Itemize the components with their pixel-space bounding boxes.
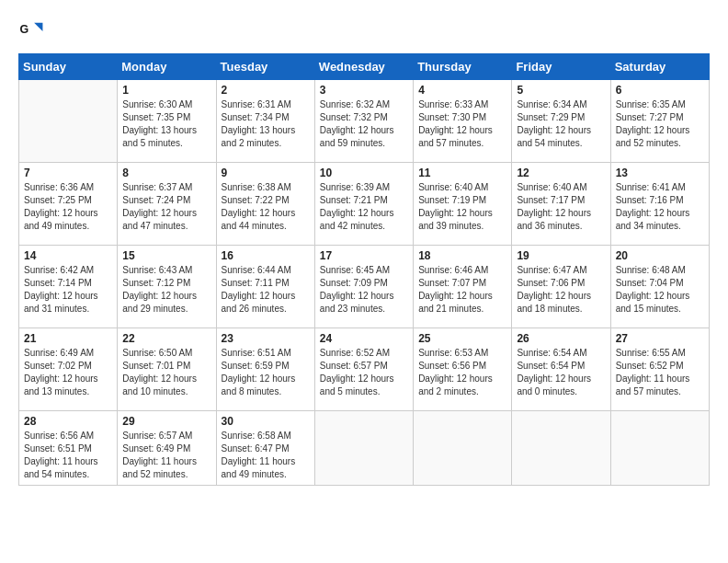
day-info: Sunrise: 6:54 AM Sunset: 6:54 PM Dayligh… [517,347,605,398]
day-number: 3 [320,84,408,97]
day-info: Sunrise: 6:36 AM Sunset: 7:25 PM Dayligh… [24,181,112,233]
day-info: Sunrise: 6:33 AM Sunset: 7:30 PM Dayligh… [418,98,506,150]
day-info: Sunrise: 6:53 AM Sunset: 6:56 PM Dayligh… [418,347,506,398]
day-info: Sunrise: 6:58 AM Sunset: 6:47 PM Dayligh… [222,430,310,481]
day-number: 27 [616,332,704,345]
day-info: Sunrise: 6:41 AM Sunset: 7:16 PM Dayligh… [616,181,704,233]
days-header-row: SundayMondayTuesdayWednesdayThursdayFrid… [19,54,710,80]
logo: G [18,18,48,44]
calendar-cell: 29Sunrise: 6:57 AM Sunset: 6:49 PM Dayli… [118,411,216,486]
day-info: Sunrise: 6:49 AM Sunset: 7:02 PM Dayligh… [24,347,112,398]
calendar-cell: 1Sunrise: 6:30 AM Sunset: 7:35 PM Daylig… [118,80,216,163]
calendar-cell: 30Sunrise: 6:58 AM Sunset: 6:47 PM Dayli… [216,411,314,486]
svg-text:G: G [20,23,29,36]
calendar-cell: 6Sunrise: 6:35 AM Sunset: 7:27 PM Daylig… [610,80,709,163]
day-number: 11 [418,167,506,179]
day-info: Sunrise: 6:48 AM Sunset: 7:04 PM Dayligh… [616,264,704,316]
calendar-cell: 9Sunrise: 6:38 AM Sunset: 7:22 PM Daylig… [216,163,314,246]
day-number: 2 [222,84,310,97]
calendar-cell: 5Sunrise: 6:34 AM Sunset: 7:29 PM Daylig… [512,80,610,163]
calendar-cell: 10Sunrise: 6:39 AM Sunset: 7:21 PM Dayli… [314,163,413,246]
day-number: 13 [616,167,704,179]
week-row-3: 14Sunrise: 6:42 AM Sunset: 7:14 PM Dayli… [19,246,710,328]
calendar-cell: 7Sunrise: 6:36 AM Sunset: 7:25 PM Daylig… [19,163,118,246]
calendar-cell: 27Sunrise: 6:55 AM Sunset: 6:52 PM Dayli… [610,328,709,411]
day-info: Sunrise: 6:32 AM Sunset: 7:32 PM Dayligh… [320,98,408,150]
calendar-cell: 23Sunrise: 6:51 AM Sunset: 6:59 PM Dayli… [216,328,314,411]
day-number: 22 [122,332,210,345]
calendar-cell: 20Sunrise: 6:48 AM Sunset: 7:04 PM Dayli… [610,246,709,328]
day-number: 4 [418,84,506,97]
calendar-cell: 18Sunrise: 6:46 AM Sunset: 7:07 PM Dayli… [414,246,512,328]
day-number: 6 [616,84,704,97]
day-number: 25 [418,332,506,345]
calendar-cell: 21Sunrise: 6:49 AM Sunset: 7:02 PM Dayli… [19,328,118,411]
day-info: Sunrise: 6:43 AM Sunset: 7:12 PM Dayligh… [122,264,210,316]
week-row-2: 7Sunrise: 6:36 AM Sunset: 7:25 PM Daylig… [19,163,710,246]
calendar-cell: 12Sunrise: 6:40 AM Sunset: 7:17 PM Dayli… [512,163,610,246]
day-number: 30 [222,415,310,428]
svg-marker-1 [34,23,42,31]
calendar-cell: 24Sunrise: 6:52 AM Sunset: 6:57 PM Dayli… [314,328,413,411]
day-number: 15 [122,249,210,262]
day-info: Sunrise: 6:30 AM Sunset: 7:35 PM Dayligh… [122,98,210,150]
day-number: 7 [24,167,112,179]
day-info: Sunrise: 6:46 AM Sunset: 7:07 PM Dayligh… [418,264,506,316]
calendar-cell: 13Sunrise: 6:41 AM Sunset: 7:16 PM Dayli… [610,163,709,246]
calendar-cell: 25Sunrise: 6:53 AM Sunset: 6:56 PM Dayli… [414,328,512,411]
calendar-cell [610,411,709,486]
calendar-cell: 28Sunrise: 6:56 AM Sunset: 6:51 PM Dayli… [19,411,118,486]
day-info: Sunrise: 6:40 AM Sunset: 7:19 PM Dayligh… [418,181,506,233]
week-row-5: 28Sunrise: 6:56 AM Sunset: 6:51 PM Dayli… [19,411,710,486]
day-info: Sunrise: 6:47 AM Sunset: 7:06 PM Dayligh… [517,264,605,316]
day-info: Sunrise: 6:38 AM Sunset: 7:22 PM Dayligh… [222,181,310,233]
day-info: Sunrise: 6:57 AM Sunset: 6:49 PM Dayligh… [122,430,210,481]
calendar-cell [314,411,413,486]
day-number: 5 [517,84,605,97]
calendar-cell: 19Sunrise: 6:47 AM Sunset: 7:06 PM Dayli… [512,246,610,328]
day-number: 21 [24,332,112,345]
day-info: Sunrise: 6:50 AM Sunset: 7:01 PM Dayligh… [122,347,210,398]
week-row-1: 1Sunrise: 6:30 AM Sunset: 7:35 PM Daylig… [19,80,710,163]
day-info: Sunrise: 6:40 AM Sunset: 7:17 PM Dayligh… [517,181,605,233]
day-number: 16 [222,249,310,262]
day-info: Sunrise: 6:35 AM Sunset: 7:27 PM Dayligh… [616,98,704,150]
day-number: 14 [24,249,112,262]
day-number: 28 [24,415,112,428]
day-number: 18 [418,249,506,262]
day-info: Sunrise: 6:45 AM Sunset: 7:09 PM Dayligh… [320,264,408,316]
calendar-cell: 15Sunrise: 6:43 AM Sunset: 7:12 PM Dayli… [118,246,216,328]
calendar-cell: 22Sunrise: 6:50 AM Sunset: 7:01 PM Dayli… [118,328,216,411]
calendar-cell: 11Sunrise: 6:40 AM Sunset: 7:19 PM Dayli… [414,163,512,246]
day-number: 26 [517,332,605,345]
day-info: Sunrise: 6:42 AM Sunset: 7:14 PM Dayligh… [24,264,112,316]
day-number: 20 [616,249,704,262]
day-number: 29 [122,415,210,428]
calendar-cell: 3Sunrise: 6:32 AM Sunset: 7:32 PM Daylig… [314,80,413,163]
day-header-friday: Friday [512,54,610,80]
week-row-4: 21Sunrise: 6:49 AM Sunset: 7:02 PM Dayli… [19,328,710,411]
calendar-cell: 16Sunrise: 6:44 AM Sunset: 7:11 PM Dayli… [216,246,314,328]
calendar-cell [19,80,118,163]
calendar-table: SundayMondayTuesdayWednesdayThursdayFrid… [18,53,710,486]
calendar-body: 1Sunrise: 6:30 AM Sunset: 7:35 PM Daylig… [19,80,710,486]
day-header-monday: Monday [118,54,216,80]
day-number: 19 [517,249,605,262]
day-info: Sunrise: 6:31 AM Sunset: 7:34 PM Dayligh… [222,98,310,150]
day-info: Sunrise: 6:37 AM Sunset: 7:24 PM Dayligh… [122,181,210,233]
day-number: 9 [222,167,310,179]
calendar-cell: 2Sunrise: 6:31 AM Sunset: 7:34 PM Daylig… [216,80,314,163]
day-header-wednesday: Wednesday [314,54,413,80]
day-number: 12 [517,167,605,179]
day-info: Sunrise: 6:44 AM Sunset: 7:11 PM Dayligh… [222,264,310,316]
calendar-cell: 26Sunrise: 6:54 AM Sunset: 6:54 PM Dayli… [512,328,610,411]
day-header-sunday: Sunday [19,54,118,80]
day-info: Sunrise: 6:55 AM Sunset: 6:52 PM Dayligh… [616,347,704,398]
day-number: 23 [222,332,310,345]
day-number: 8 [122,167,210,179]
day-info: Sunrise: 6:39 AM Sunset: 7:21 PM Dayligh… [320,181,408,233]
calendar-cell: 4Sunrise: 6:33 AM Sunset: 7:30 PM Daylig… [414,80,512,163]
day-info: Sunrise: 6:52 AM Sunset: 6:57 PM Dayligh… [320,347,408,398]
day-header-saturday: Saturday [610,54,709,80]
day-header-thursday: Thursday [414,54,512,80]
